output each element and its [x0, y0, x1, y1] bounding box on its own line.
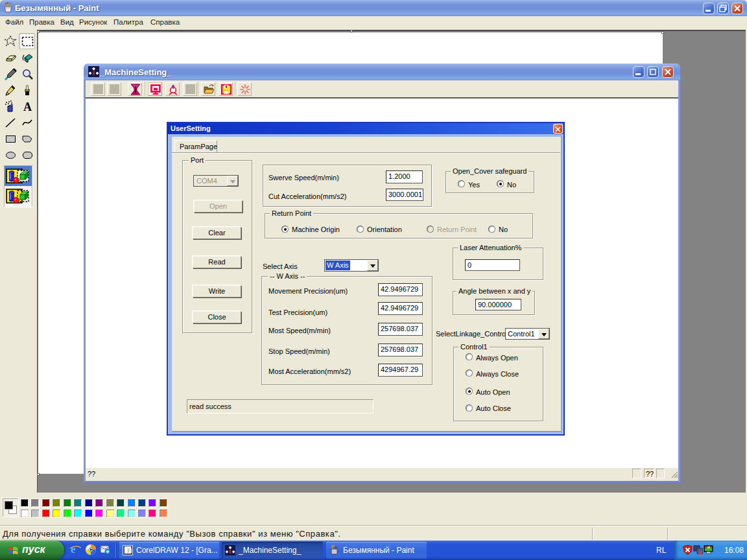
svg-text:e: e [71, 543, 76, 555]
svg-text:A: A [23, 100, 32, 113]
